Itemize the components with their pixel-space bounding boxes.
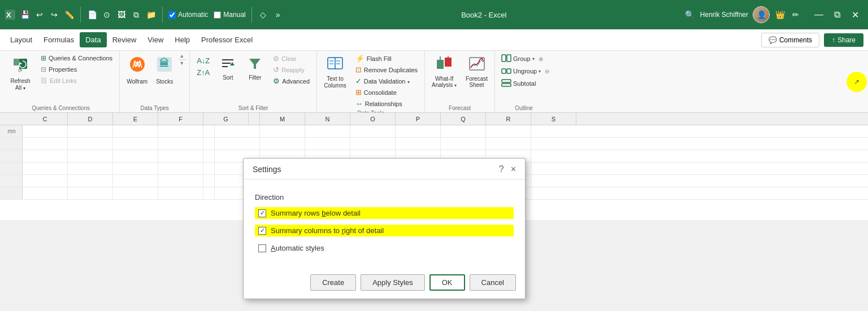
- cell[interactable]: [203, 163, 215, 174]
- yellow-indicator[interactable]: ↗: [847, 72, 867, 92]
- cell[interactable]: [68, 150, 113, 162]
- cell[interactable]: [23, 138, 68, 150]
- redo-icon[interactable]: ↪: [49, 9, 60, 20]
- cell[interactable]: [158, 163, 203, 174]
- cell[interactable]: [23, 175, 68, 187]
- comments-button[interactable]: 💬 Comments: [761, 33, 819, 47]
- sort-az-button[interactable]: A↓Z: [193, 55, 213, 66]
- cell[interactable]: [441, 125, 486, 137]
- create-button[interactable]: Create: [310, 274, 356, 291]
- cell[interactable]: [396, 138, 441, 150]
- undo-icon[interactable]: ↩: [34, 9, 45, 20]
- close-btn[interactable]: ✕: [847, 6, 863, 23]
- data-types-scroll[interactable]: ▲ ▼: [179, 53, 186, 66]
- menu-data[interactable]: Data: [80, 32, 106, 47]
- cell[interactable]: [260, 138, 305, 150]
- cell[interactable]: [158, 150, 203, 162]
- sort-za-button[interactable]: Z↑A: [193, 67, 213, 78]
- reapply-button[interactable]: ↺ Reapply: [270, 64, 313, 75]
- menu-help[interactable]: Help: [169, 32, 196, 47]
- cell[interactable]: [68, 187, 113, 199]
- cell[interactable]: [350, 125, 396, 137]
- consolidate-button[interactable]: ⊞ Consolidate: [352, 87, 421, 98]
- user-avatar[interactable]: 👤: [753, 6, 770, 23]
- cell[interactable]: [23, 125, 68, 137]
- queries-connections-button[interactable]: ⊞ Queries & Connections: [37, 53, 116, 63]
- restore-btn[interactable]: ⧉: [828, 6, 845, 23]
- group-button[interactable]: Group ▾: [498, 53, 537, 64]
- filter-button[interactable]: Filter: [242, 53, 267, 83]
- relationships-button[interactable]: ↔ Relationships: [352, 98, 421, 109]
- clear-button[interactable]: ⊘ Clear: [270, 53, 313, 64]
- cell[interactable]: [158, 138, 203, 150]
- cell[interactable]: [486, 138, 531, 150]
- automatic-checkbox[interactable]: [168, 11, 176, 19]
- more-icon[interactable]: »: [272, 9, 284, 20]
- properties-button[interactable]: ⊟ Properties: [37, 64, 116, 75]
- crown-icon[interactable]: 👑: [774, 9, 785, 20]
- cell[interactable]: [441, 138, 486, 150]
- circle-icon[interactable]: ⊙: [101, 9, 112, 20]
- dialog-close-button[interactable]: ×: [511, 164, 516, 174]
- menu-formulas[interactable]: Formulas: [38, 32, 80, 47]
- auto-styles-checkbox[interactable]: [258, 244, 266, 252]
- cell[interactable]: [396, 125, 441, 137]
- scroll-down-icon[interactable]: ▼: [179, 60, 186, 66]
- cell[interactable]: [203, 138, 215, 150]
- cell[interactable]: [305, 138, 350, 150]
- cell[interactable]: [113, 150, 158, 162]
- settings-dialog[interactable]: Settings ? × Direction ✓ Summary rows be…: [243, 158, 526, 299]
- apply-styles-button[interactable]: Apply Styles: [361, 274, 425, 291]
- menu-review[interactable]: Review: [107, 32, 142, 47]
- cell[interactable]: [23, 163, 68, 174]
- summary-cols-checkbox[interactable]: ✓: [258, 227, 266, 235]
- subtotal-button[interactable]: Subtotal: [498, 78, 549, 89]
- cell[interactable]: [203, 187, 215, 199]
- cell[interactable]: [68, 138, 113, 150]
- scroll-up-icon[interactable]: ▲: [179, 53, 186, 59]
- cell[interactable]: [158, 187, 203, 199]
- cell[interactable]: [113, 125, 158, 137]
- pen-icon[interactable]: ✏: [790, 9, 801, 20]
- quick-access-icon[interactable]: ✏️: [63, 9, 75, 20]
- search-icon[interactable]: 🔍: [684, 9, 696, 20]
- forecast-sheet-button[interactable]: ForecastSheet: [462, 53, 491, 90]
- cell[interactable]: [158, 175, 203, 187]
- cell[interactable]: [23, 187, 68, 199]
- file-icon[interactable]: 📄: [86, 9, 98, 20]
- cell[interactable]: [350, 138, 396, 150]
- what-if-analysis-button[interactable]: What-IfAnalysis ▾: [428, 53, 460, 90]
- cell[interactable]: [203, 125, 215, 137]
- cell[interactable]: [113, 163, 158, 174]
- cell[interactable]: [113, 138, 158, 150]
- menu-layout[interactable]: Layout: [5, 32, 38, 47]
- cell[interactable]: [215, 125, 260, 137]
- cell[interactable]: [486, 125, 531, 137]
- cell[interactable]: [305, 125, 350, 137]
- cell[interactable]: [203, 150, 215, 162]
- cell[interactable]: [215, 138, 260, 150]
- cell[interactable]: [203, 175, 215, 187]
- cell[interactable]: [158, 125, 203, 137]
- summary-rows-checkbox[interactable]: ✓: [258, 209, 266, 217]
- menu-professor-excel[interactable]: Professor Excel: [196, 32, 258, 47]
- manual-checkbox[interactable]: [214, 11, 221, 19]
- flash-fill-button[interactable]: ⚡ Flash Fill: [352, 53, 421, 64]
- minimize-btn[interactable]: —: [810, 6, 827, 23]
- expand-icon[interactable]: ↗: [847, 72, 867, 92]
- ungroup-button[interactable]: Ungroup ▾: [498, 65, 544, 77]
- folder-icon[interactable]: 📁: [145, 9, 157, 20]
- cell[interactable]: [68, 125, 113, 137]
- edit-links-button[interactable]: ⛓ Edit Links: [37, 76, 116, 86]
- sort-button[interactable]: Sort: [215, 53, 240, 83]
- stocks-button[interactable]: 🏛 Stocks: [152, 53, 177, 87]
- refresh-all-button[interactable]: ⟳ RefreshAll ▾: [6, 53, 35, 94]
- text-to-columns-button[interactable]: Text toColumns: [320, 53, 349, 91]
- cell[interactable]: [68, 163, 113, 174]
- image-icon[interactable]: 🖼: [116, 9, 127, 20]
- cell[interactable]: [23, 150, 68, 162]
- copy-icon[interactable]: ⧉: [131, 9, 142, 20]
- cell[interactable]: [260, 125, 305, 137]
- cell[interactable]: [68, 175, 113, 187]
- wolfram-button[interactable]: W Wolfram: [123, 53, 151, 87]
